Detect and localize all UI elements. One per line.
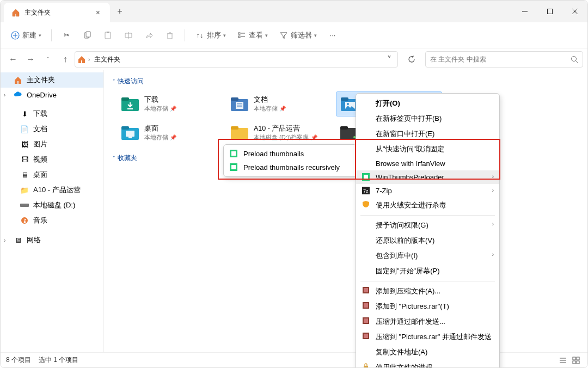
recent-button[interactable]: ˅ <box>40 51 56 68</box>
app-icon <box>229 149 238 158</box>
section-quickaccess[interactable]: ˅快速访问 <box>112 73 580 89</box>
tile-documents[interactable]: 文档本地存储 📌 <box>226 91 333 116</box>
up-button[interactable]: ↑ <box>57 51 74 68</box>
sidebar-item-downloads[interactable]: ⬇下载 <box>1 106 103 121</box>
status-selected: 选中 1 个项目 <box>39 355 78 365</box>
svg-text:7z: 7z <box>363 188 369 194</box>
cm-previous-versions[interactable]: 还原以前的版本(V) <box>356 233 499 248</box>
sidebar-item-network[interactable]: ›🖥网络 <box>1 232 103 248</box>
cut-button[interactable]: ✂ <box>57 27 76 44</box>
sidebar-item-desktop[interactable]: 🖥桌面 <box>1 167 103 182</box>
paste-button[interactable] <box>99 27 117 44</box>
app-icon <box>362 173 370 181</box>
chevron-down-icon[interactable]: ˅ <box>383 51 395 68</box>
svg-rect-51 <box>573 357 575 360</box>
cm-compress-pictures-mail[interactable]: 压缩到 "Pictures.rar" 并通过邮件发送 <box>356 329 499 345</box>
breadcrumb-home[interactable]: 主文件夹 <box>92 55 122 64</box>
chevron-down-icon: ▾ <box>39 33 41 38</box>
cm-compress-mail[interactable]: 压缩并通过邮件发送... <box>356 314 499 329</box>
folder-document-icon <box>230 94 249 114</box>
svg-rect-10 <box>107 32 109 33</box>
cm-pin-start[interactable]: 固定到"开始"屏幕(P) <box>356 263 499 279</box>
chevron-right-icon: › <box>492 187 494 193</box>
svg-rect-56 <box>231 151 236 156</box>
cm-open-tab[interactable]: 在新标签页中打开(B) <box>356 111 499 126</box>
back-button[interactable]: ← <box>5 51 21 68</box>
cm-open[interactable]: 打开(O) <box>356 96 499 111</box>
sidebar-item-a10[interactable]: 📁A10 - 产品运营 <box>1 182 103 198</box>
filter-button[interactable]: 筛选器▾ <box>274 27 321 44</box>
cm-irfanview[interactable]: Browse with IrfanView <box>356 157 499 170</box>
rar-icon <box>362 301 370 310</box>
copy-button[interactable] <box>78 27 96 44</box>
delete-button[interactable] <box>161 27 179 44</box>
view-button[interactable]: 查看▾ <box>232 27 272 44</box>
submenu-item-preload-recursive[interactable]: Preload thumbnails recursively <box>224 161 356 174</box>
sidebar-item-onedrive[interactable]: ›OneDrive <box>1 88 103 102</box>
chevron-right-icon[interactable]: › <box>4 92 5 98</box>
svg-rect-71 <box>364 366 368 368</box>
tab-close-icon[interactable]: × <box>94 8 102 17</box>
maximize-button[interactable] <box>537 1 562 22</box>
cm-add-archive[interactable]: 添加到压缩文件(A)... <box>356 284 499 299</box>
more-button[interactable]: ··· <box>323 27 342 44</box>
tile-downloads[interactable]: 下载本地存储 📌 <box>117 91 223 116</box>
image-icon: 🖼 <box>20 140 29 149</box>
7zip-icon: 7z <box>362 186 370 195</box>
cm-add-pictures-rar[interactable]: 添加到 "Pictures.rar"(T) <box>356 299 499 314</box>
new-tab-button[interactable]: + <box>110 1 130 22</box>
cm-process-using[interactable]: 使用此文件的进程 <box>356 360 499 368</box>
cm-7zip[interactable]: 7z7-Zip› <box>356 184 499 198</box>
chevron-right-icon[interactable]: › <box>4 237 5 243</box>
refresh-button[interactable] <box>402 51 421 68</box>
minimize-button[interactable] <box>512 1 537 22</box>
cm-winthumbspreloader[interactable]: WinThumbsPreloader› <box>356 170 499 184</box>
video-icon: 🎞 <box>20 155 29 164</box>
address-bar[interactable]: › 主文件夹 ˅ <box>75 51 398 68</box>
cm-include-library[interactable]: 包含到库中(I)› <box>356 248 499 263</box>
sidebar-item-localdisk[interactable]: 本地磁盘 (D:) <box>1 198 103 213</box>
new-button[interactable]: 新建 ▾ <box>6 27 46 44</box>
submenu-winthumbspreloader: Preload thumbnails Preload thumbnails re… <box>223 144 357 177</box>
share-button[interactable] <box>140 27 158 44</box>
music-icon <box>20 216 29 225</box>
svg-rect-41 <box>126 131 134 137</box>
svg-rect-54 <box>577 361 579 364</box>
chevron-down-icon: ˅ <box>113 156 115 161</box>
cm-copy-address[interactable]: 复制文件地址(A) <box>356 345 499 360</box>
cm-open-window[interactable]: 在新窗口中打开(E) <box>356 126 499 142</box>
tile-a10[interactable]: A10 - 产品运营本地磁盘 (D:)\档案库 📌 <box>226 121 333 145</box>
svg-point-36 <box>347 103 349 105</box>
svg-rect-68 <box>364 318 368 323</box>
rename-icon <box>124 30 133 40</box>
chevron-right-icon: › <box>492 174 494 180</box>
svg-rect-52 <box>577 357 579 360</box>
close-button[interactable] <box>562 1 587 22</box>
search-input[interactable]: 在 主文件夹 中搜索 <box>425 51 583 68</box>
details-view-button[interactable] <box>557 354 569 366</box>
sidebar-item-pictures[interactable]: 🖼图片 <box>1 137 103 152</box>
cm-grant-access[interactable]: 授予访问权限(G)› <box>356 218 499 233</box>
rename-button[interactable] <box>119 27 138 44</box>
cm-unpin-quick[interactable]: 从"快速访问"取消固定 <box>356 142 499 157</box>
submenu-item-preload[interactable]: Preload thumbnails <box>224 147 356 161</box>
tab-home[interactable]: 主文件夹 × <box>4 3 110 22</box>
cm-huorong[interactable]: 使用火绒安全进行杀毒 <box>356 198 499 213</box>
chevron-right-icon[interactable]: › <box>88 57 90 63</box>
svg-rect-16 <box>238 33 240 34</box>
tiles-view-button[interactable] <box>570 354 582 366</box>
svg-rect-42 <box>128 137 132 138</box>
toolbar: 新建 ▾ ✂ ↑↓排序▾ 查看▾ 筛选器▾ ··· <box>1 22 587 48</box>
sidebar-item-documents[interactable]: 📄文档 <box>1 121 103 137</box>
home-icon <box>11 8 20 17</box>
sort-button[interactable]: ↑↓排序▾ <box>191 27 230 44</box>
sidebar-item-home[interactable]: 主文件夹 <box>1 72 103 88</box>
svg-rect-44 <box>231 126 238 130</box>
tile-desktop[interactable]: 桌面本地存储 📌 <box>117 121 223 145</box>
sidebar-item-videos[interactable]: 🎞视频 <box>1 152 103 167</box>
copy-icon <box>82 30 92 40</box>
sidebar-item-music[interactable]: 音乐 <box>1 213 103 228</box>
svg-rect-1 <box>548 9 553 14</box>
forward-button[interactable]: → <box>22 51 39 68</box>
network-icon: 🖥 <box>14 236 22 244</box>
